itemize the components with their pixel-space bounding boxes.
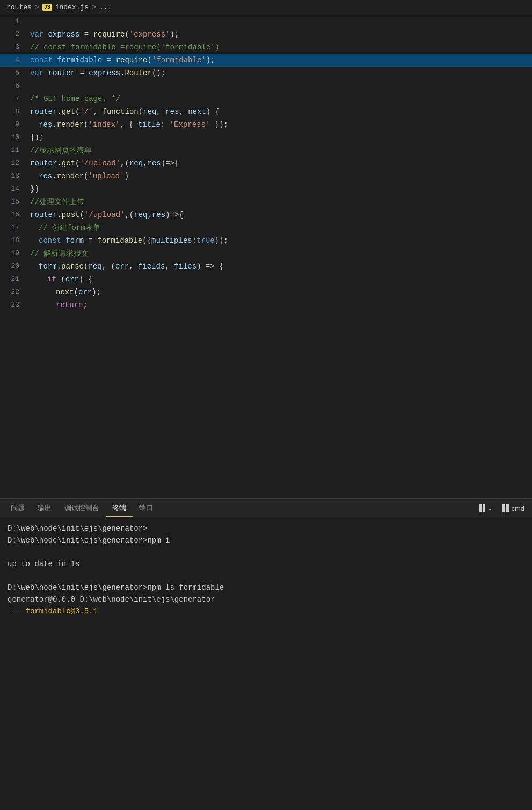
terminal-body[interactable]: D:\web\node\init\ejs\generator>D:\web\no… <box>0 517 532 721</box>
token-plain: . <box>52 120 56 129</box>
token-plain: ( <box>56 275 65 284</box>
token-comment-cn: //显示网页的表单 <box>30 146 92 155</box>
terminal-tab[interactable]: 调试控制台 <box>58 500 106 517</box>
token-plain: , <box>143 159 147 168</box>
token-var-name: res <box>165 107 179 116</box>
token-var-name: files <box>174 262 196 271</box>
code-line: 17// 创建form表单 <box>0 221 532 234</box>
token-kw-var: var <box>30 30 48 39</box>
token-fn-name: next <box>56 288 74 296</box>
breadcrumb-file[interactable]: index.js <box>55 3 89 11</box>
token-plain: . <box>52 172 56 180</box>
breadcrumb-routes[interactable]: routes <box>6 3 32 11</box>
token-comment-cn: //处理文件上传 <box>30 198 84 206</box>
token-plain: ) => { <box>196 262 223 271</box>
token-plain: }); <box>30 133 43 142</box>
token-comment-cn: // 解析请求报文 <box>30 249 89 258</box>
token-var-name: res <box>39 120 52 129</box>
token-plain: . <box>57 107 61 116</box>
token-plain: }); <box>210 120 228 129</box>
token-obj-key: multiples <box>151 236 192 245</box>
new-terminal-button[interactable]: cmd <box>499 503 528 514</box>
code-editor: 12var express = require('express');3// c… <box>0 15 532 498</box>
token-var-name: err <box>78 288 92 296</box>
terminal-line <box>8 570 524 582</box>
line-content: /* GET home page. */ <box>28 92 532 105</box>
token-var-name: router <box>48 69 75 77</box>
terminal-tab[interactable]: 问题 <box>4 500 31 517</box>
token-var-name: express <box>48 30 80 39</box>
line-number: 7 <box>0 92 28 105</box>
token-var-name: express <box>89 69 120 77</box>
breadcrumb: routes > JS index.js > ... <box>0 0 532 15</box>
code-line: 5var router = express.Router(); <box>0 67 532 79</box>
terminal-tab[interactable]: 输出 <box>31 500 58 517</box>
code-line: 7/* GET home page. */ <box>0 92 532 105</box>
token-kw-var: var <box>30 69 48 77</box>
line-number: 11 <box>0 144 28 157</box>
tab-right-controls: ⌄ cmd <box>476 503 528 514</box>
token-var-name: req <box>134 211 147 219</box>
token-plain: . <box>57 211 61 219</box>
token-plain: , <box>156 107 165 116</box>
line-content: return; <box>28 299 532 312</box>
line-content: // const formidable =require('formidable… <box>28 41 532 54</box>
token-plain: = <box>102 56 115 64</box>
token-plain: ( <box>79 211 84 219</box>
token-plain: : <box>192 236 196 245</box>
code-line: 13res.render('upload') <box>0 170 532 183</box>
line-content: //显示网页的表单 <box>28 144 532 157</box>
terminal-highlight: formidable@3.5.1 <box>26 607 98 616</box>
token-plain: ) <box>125 172 129 180</box>
token-var-name: res <box>39 172 52 180</box>
code-line: 21if (err) { <box>0 273 532 286</box>
token-plain: ); <box>92 288 101 296</box>
terminal-tab[interactable]: 端口 <box>133 500 159 517</box>
token-plain: ); <box>170 30 179 39</box>
token-fn-name: require <box>93 30 125 39</box>
token-var-name: router <box>30 107 57 116</box>
token-comment-cn: // 创建form表单 <box>39 223 100 232</box>
token-plain: ({ <box>142 236 151 245</box>
line-number: 17 <box>0 221 28 234</box>
line-number: 9 <box>0 118 28 131</box>
line-content: const formidable = require('formidable')… <box>28 54 532 67</box>
token-plain: ,( <box>120 159 129 168</box>
split-panel-button[interactable]: ⌄ <box>476 503 495 513</box>
token-plain: ; <box>83 301 87 309</box>
token-fn-name: render <box>57 172 84 180</box>
line-number: 6 <box>0 79 28 92</box>
terminal-tab[interactable]: 终端 <box>106 500 133 517</box>
code-line: 20form.parse(req, (err, fields, files) =… <box>0 260 532 273</box>
token-var-name: err <box>115 262 129 271</box>
line-number: 4 <box>0 54 28 67</box>
token-plain: ) { <box>79 275 92 284</box>
token-plain: ( <box>125 30 129 39</box>
terminal-line: D:\web\node\init\ejs\generator>npm i <box>8 534 524 546</box>
line-number: 3 <box>0 41 28 54</box>
token-var-name: router <box>30 211 57 219</box>
token-str: 'index' <box>88 120 120 129</box>
terminal-line: D:\web\node\init\ejs\generator>npm ls fo… <box>8 582 524 594</box>
line-number: 5 <box>0 67 28 79</box>
breadcrumb-sep2: > <box>92 3 96 11</box>
token-kw-function: function <box>102 107 138 116</box>
token-var-name: next <box>188 107 206 116</box>
line-content: var router = express.Router(); <box>28 67 532 79</box>
token-plain: : <box>161 120 170 129</box>
line-number: 14 <box>0 183 28 196</box>
token-var-name: router <box>30 159 57 168</box>
code-line: 14}) <box>0 183 532 196</box>
terminal-prefix: └── <box>8 607 26 616</box>
token-plain: , <box>148 211 152 219</box>
line-content: res.render('index', { title: 'Express' }… <box>28 118 532 131</box>
terminal-line: up to date in 1s <box>8 558 524 570</box>
token-var-name: res <box>152 211 165 219</box>
token-var-name: req <box>129 159 143 168</box>
token-plain: . <box>57 262 61 271</box>
chevron-down-icon: ⌄ <box>487 505 492 511</box>
code-line: 19// 解析请求报文 <box>0 247 532 260</box>
token-plain: ,( <box>125 211 134 219</box>
code-line: 11//显示网页的表单 <box>0 144 532 157</box>
token-fn-name: parse <box>61 262 84 271</box>
